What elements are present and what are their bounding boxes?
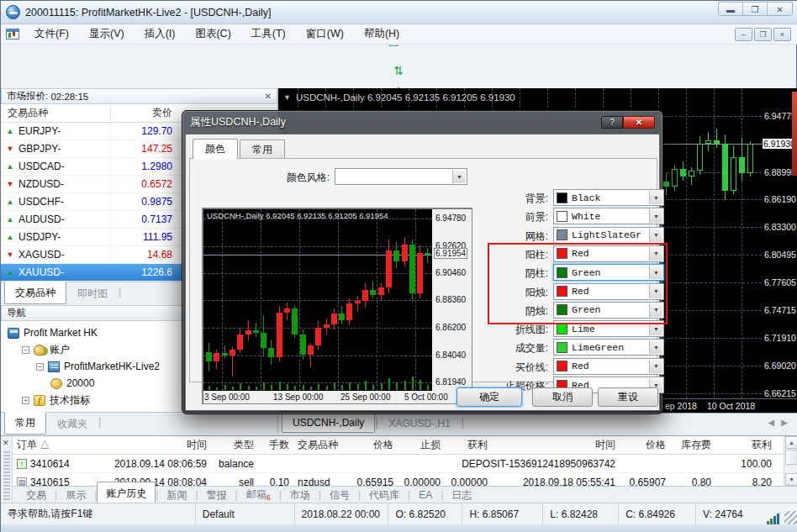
scroll-down-icon[interactable]: ▼ [785, 473, 797, 486]
arrow-up-icon: ▲ [6, 198, 14, 206]
menu-工具(T)[interactable]: 工具(T) [241, 24, 296, 44]
price-tick: 6.86200 [435, 323, 466, 332]
close-button[interactable]: ✕ [768, 3, 792, 16]
status-template[interactable]: Default [196, 503, 295, 524]
terminal-tab-警报[interactable]: 警报 [198, 487, 235, 504]
mdi-minimize-button[interactable]: – [735, 28, 752, 41]
properties-dialog: 属性USDCNH-,Daily ? ✕ 颜色 常用 颜色风格: ▼ USDCNH… [182, 110, 663, 414]
terminal-tab-日志[interactable]: 日志 [443, 487, 480, 504]
close-icon[interactable]: ✕ [265, 92, 272, 101]
foreground-label: 前景: [464, 210, 548, 224]
price-tick: 6.88360 [435, 295, 466, 304]
terminal-tab-EA[interactable]: EA [410, 487, 441, 503]
window-controls: ▬ ❐ ✕ [718, 2, 793, 16]
terminal-tab-信号[interactable]: 信号 [321, 487, 358, 504]
tab-common[interactable]: 常用 [4, 412, 46, 435]
dialog-close-button[interactable]: ✕ [623, 116, 655, 129]
volume-bar [365, 381, 367, 390]
scrollbar-thumb[interactable] [785, 450, 797, 465]
chart-window-tabs: USDCNH-,Daily|XAGUSD-,H1|◀▶ [278, 413, 797, 435]
terminal-grab-strip[interactable]: ✕ [1, 436, 13, 503]
menu-图表(C)[interactable]: 图表(C) [185, 24, 240, 44]
refresh-quotes-button[interactable]: ⇅ [1, 61, 796, 80]
column-header-4[interactable]: 交易品种 [293, 438, 347, 452]
tab-colors[interactable]: 颜色 [193, 139, 238, 159]
expand-icon[interactable]: + [22, 397, 29, 404]
column-header-8[interactable]: 时间 [492, 438, 620, 452]
deposit-icon: ↑ [17, 459, 27, 469]
collapse-icon[interactable]: − [22, 346, 29, 354]
terminal-scrollbar[interactable]: ▲ ▼ [784, 436, 797, 486]
reset-button[interactable]: 重设 [598, 387, 658, 407]
mdi-close-button[interactable]: × [773, 28, 791, 41]
restore-button[interactable]: ❐ [743, 3, 768, 16]
bid-column-header[interactable]: 卖价 [110, 104, 176, 122]
symbol-cell: ▲AUDUSD- [1, 213, 110, 225]
chart-tab-USDCNH-,Daily[interactable]: USDCNH-,Daily [282, 413, 375, 433]
column-header-11[interactable]: 获利 [715, 438, 776, 452]
terminal-tab-账户历史[interactable]: 账户历史 [97, 482, 156, 503]
tab-tick-chart[interactable]: 即时图 [66, 282, 119, 305]
chart-tab-XAGUSD-,H1[interactable]: XAGUSD-,H1 [377, 413, 461, 434]
titlebar[interactable]: 200011115: ProfitMarketHK-Live2 - [USDCN… [1, 1, 797, 24]
column-header-0[interactable]: 订单 △ [13, 438, 87, 452]
cancel-button[interactable]: 取消 [532, 387, 593, 407]
terminal-tab-邮箱[interactable]: 邮箱6 [238, 486, 279, 503]
column-header-1[interactable]: 时间 [87, 438, 211, 452]
time-cell: 2018.09.14 08:06:59 [87, 458, 211, 470]
tab-symbols[interactable]: 交易品种 [4, 282, 66, 304]
candle [402, 245, 408, 261]
dialog-titlebar[interactable]: 属性USDCNH-,Daily ? ✕ [182, 111, 662, 133]
tab-favorites[interactable]: 收藏夹 [46, 413, 98, 435]
market-watch-header[interactable]: 市场报价: 02:28:15 ✕ [1, 88, 277, 104]
terminal-column-headers[interactable]: 订单 △时间类型手数交易品种价格止损获利时间价格库存费获利 [13, 436, 784, 455]
menu-显示(V)[interactable]: 显示(V) [79, 24, 135, 44]
column-header-9[interactable]: 价格 [620, 438, 670, 452]
terminal-tab-展示[interactable]: 展示 [57, 487, 94, 504]
dialog-help-button[interactable]: ? [601, 116, 623, 129]
ask-line-color-select[interactable]: Red▼ [553, 358, 664, 375]
terminal-tab-代码库[interactable]: 代码库 [361, 487, 408, 504]
foreground-color-select[interactable]: White▼ [553, 208, 664, 224]
volumes-color-select[interactable]: LimeGreen▼ [553, 339, 664, 356]
bid-price: 1.2980 [110, 158, 176, 175]
collapse-icon[interactable]: − [36, 363, 44, 371]
minimize-button[interactable]: ▬ [719, 3, 743, 16]
arrow-up-icon: ▲ [6, 215, 14, 224]
terminal-tab-交易[interactable]: 交易 [18, 487, 55, 504]
scroll-up-icon[interactable]: ▲ [785, 436, 797, 449]
mdi-restore-button[interactable]: ❐ [754, 28, 772, 41]
volume-bar [224, 385, 226, 390]
scroll-right-icon[interactable]: ▶ [781, 418, 788, 427]
resize-grip[interactable] [784, 511, 797, 524]
column-header-6[interactable]: 止损 [398, 438, 445, 452]
color-scheme-select[interactable]: ▼ [335, 168, 467, 185]
column-header-5[interactable]: 价格 [347, 438, 398, 452]
current-price-tag: 6.91954 [434, 248, 467, 259]
column-header-7[interactable]: 获利 [445, 438, 492, 452]
terminal-tab-市场[interactable]: 市场 [282, 487, 319, 504]
column-header-3[interactable]: 手数 [258, 438, 293, 452]
ok-button[interactable]: 确定 [457, 387, 522, 407]
chart-document-icon [6, 29, 19, 40]
menu-窗口(W)[interactable]: 窗口(W) [296, 24, 354, 44]
grid-color-select[interactable]: LightSlateGr▼ [553, 227, 664, 244]
volume-bar [357, 384, 359, 390]
menu-帮助(H)[interactable]: 帮助(H) [354, 24, 409, 44]
navigator-tabs: 常用 收藏夹 | [1, 412, 278, 435]
cell: 0.00000 [445, 477, 492, 487]
price-tick: 6.84040 [435, 350, 466, 360]
background-color-select[interactable]: Black▼ [553, 189, 664, 206]
column-header-10[interactable]: 库存费 [670, 438, 715, 452]
scroll-left-icon[interactable]: ◀ [768, 418, 775, 427]
table-row[interactable]: ↑34106142018.09.14 08:06:59balanceDEPOSI… [13, 455, 784, 473]
terminal-tab-新闻[interactable]: 新闻 [158, 487, 195, 504]
tab-common-settings[interactable]: 常用 [240, 140, 285, 159]
close-icon[interactable]: ✕ [3, 439, 9, 447]
collapse-triangle-icon[interactable]: ▼ [283, 93, 291, 102]
column-header-2[interactable]: 类型 [211, 438, 258, 452]
symbol-column-header[interactable]: 交易品种 [1, 106, 110, 120]
volume-bar [326, 386, 328, 390]
menu-文件(F)[interactable]: 文件(F) [24, 24, 79, 44]
menu-插入(I)[interactable]: 插入(I) [135, 24, 186, 44]
